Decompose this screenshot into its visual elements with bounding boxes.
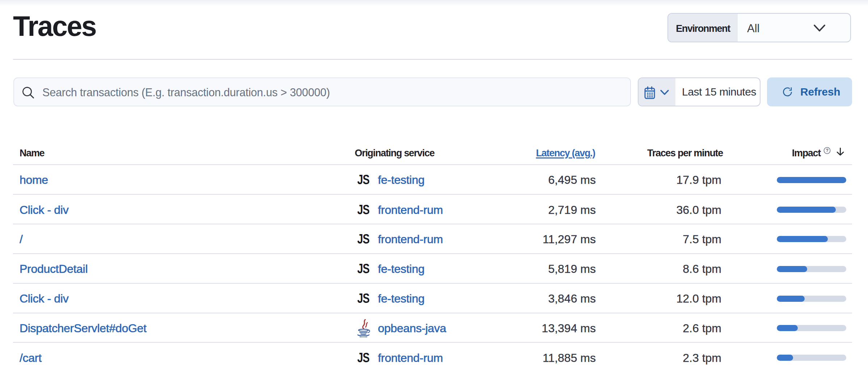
- svg-text:?: ?: [826, 148, 829, 153]
